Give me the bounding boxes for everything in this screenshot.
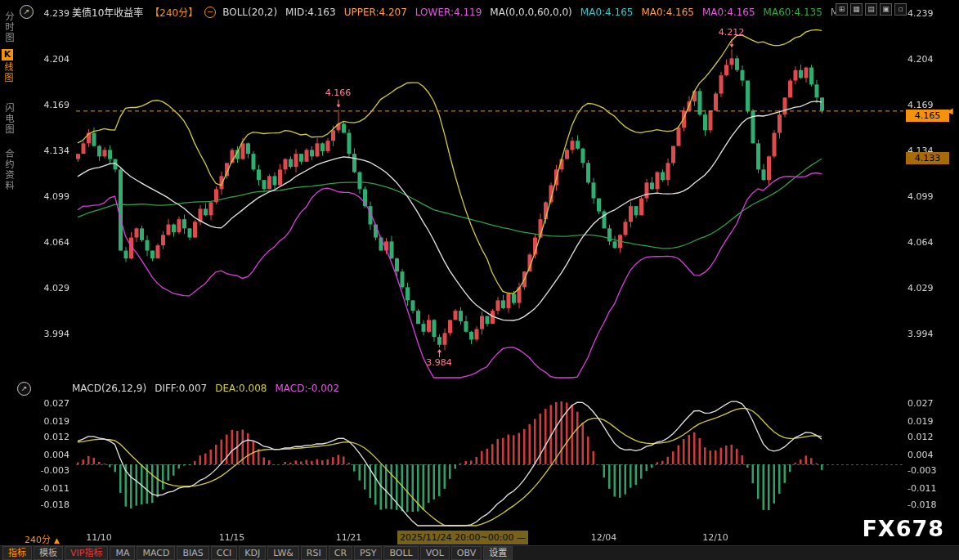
y-axis-label: 4.204	[907, 54, 934, 65]
macd-y-axis-label: -0.011	[35, 483, 69, 495]
x-axis-label: 11/15	[214, 532, 250, 543]
collapse-macd-panel-icon[interactable]: ↗	[17, 382, 31, 396]
toolbar-item-KDJ[interactable]: KDJ	[239, 546, 266, 560]
y-axis-label: 4.029	[35, 283, 69, 294]
price-tag: 4.165	[906, 110, 949, 122]
indicator-value: MA0:4.165	[580, 7, 634, 18]
window-layout-buttons: ⊞▦▤▣▫	[836, 3, 907, 16]
macd-y-axis-label: 0.019	[35, 416, 69, 428]
toolbar-item-VIP指标[interactable]: VIP指标	[65, 546, 108, 560]
macd-y-axis-label: -0.011	[907, 483, 936, 495]
y-axis-label: 4.134	[35, 146, 69, 157]
bottom-toolbar: 指标模板VIP指标MAMACDBIASCCIKDJLW&RSICRPSYBOLL…	[0, 545, 959, 560]
indicator-summary: BOLL(20,2)MID:4.163UPPER:4.207LOWER:4.11…	[222, 7, 840, 18]
toolbar-item-LW&[interactable]: LW&	[267, 546, 299, 560]
sidebar-tab-kline[interactable]: K线图	[1, 49, 14, 83]
x-axis-label: 11/10	[81, 532, 117, 543]
toolbar-item-BIAS[interactable]: BIAS	[177, 546, 208, 560]
indicator-value: MA0:4.165	[702, 7, 755, 18]
macd-y-axis-label: 0.019	[907, 416, 934, 428]
toolbar-item-CR[interactable]: CR	[329, 546, 352, 560]
indicator-value: MID:4.163	[285, 7, 336, 18]
toolbar-item-MACD[interactable]: MACD	[137, 546, 175, 560]
y-axis-label: 4.099	[35, 191, 69, 203]
macd-indicator-value: DIFF:0.007	[155, 383, 207, 394]
y-axis-label: 4.064	[35, 237, 69, 249]
indicator-value: MA(0,0,0,60,0,0)	[490, 7, 571, 18]
macd-y-axis-label: 0.027	[907, 398, 934, 410]
split-view-icon[interactable]: ⊞	[836, 3, 848, 16]
collapse-main-panel-icon[interactable]: ↗	[20, 5, 34, 19]
minimize-view-icon[interactable]: ▫	[894, 3, 907, 16]
macd-indicator-value: MACD(26,12,9)	[72, 383, 146, 394]
toolbar-item-VOL[interactable]: VOL	[420, 546, 450, 560]
toolbar-item-OBV[interactable]: OBV	[451, 546, 482, 560]
x-axis-label: 12/10	[697, 532, 733, 543]
toolbar-item-模板[interactable]: 模板	[34, 546, 63, 560]
price-tag: 4.133	[906, 152, 949, 164]
list-view-icon[interactable]: ▤	[865, 3, 877, 16]
y-axis-label: 3.994	[907, 329, 934, 340]
indicator-value: MA60:4.135	[764, 7, 822, 18]
candlestick-chart-canvas[interactable]	[0, 0, 959, 560]
macd-y-axis-label: 0.004	[35, 450, 69, 461]
macd-y-axis-label: -0.003	[907, 465, 936, 477]
y-axis-label: 4.239	[907, 8, 934, 20]
toolbar-item-RSI[interactable]: RSI	[301, 546, 327, 560]
macd-y-axis-label: 0.004	[907, 450, 934, 461]
macd-indicator-header: MACD(26,12,9)DIFF:0.007DEA:0.008MACD:-0.…	[72, 383, 339, 394]
toolbar-item-指标[interactable]: 指标	[2, 546, 32, 560]
y-axis-label: 4.064	[907, 237, 934, 249]
x-axis-label: 11/21	[331, 532, 367, 543]
macd-y-axis-label: -0.018	[35, 500, 69, 511]
k-badge-icon: K	[2, 49, 13, 60]
indicator-value: UPPER:4.207	[344, 7, 407, 18]
y-axis-label: 3.994	[35, 329, 69, 340]
timeframe-label[interactable]: 【240分】	[150, 5, 198, 19]
timeframe-indicator[interactable]: 240分▲	[25, 532, 60, 545]
price-annotation: 3.984	[423, 357, 455, 368]
macd-y-axis-label: 0.027	[35, 398, 69, 410]
price-annotation: 4.166	[322, 87, 355, 98]
macd-indicator-value: DEA:0.008	[215, 383, 267, 394]
y-axis-label: 4.099	[907, 191, 934, 203]
price-annotation: 4.212	[715, 27, 748, 38]
macd-y-axis-label: -0.018	[907, 500, 936, 511]
crosshair-date-box: 2025/11/24 20:00~00:00 —	[397, 531, 528, 544]
circle-minus-icon[interactable]: −	[204, 7, 216, 18]
sidebar-tab-合约资料[interactable]: 合约资料	[2, 149, 15, 191]
macd-y-axis-label: 0.012	[35, 432, 69, 443]
watermark: FX678	[862, 516, 944, 541]
indicator-value: BOLL(20,2)	[222, 7, 277, 18]
timeframe-text: 240分	[25, 535, 51, 545]
toolbar-item-PSY[interactable]: PSY	[354, 546, 382, 560]
chart-header: 美债10年收益率 【240分】 − BOLL(20,2)MID:4.163UPP…	[72, 5, 840, 19]
toolbar-item-MA[interactable]: MA	[110, 546, 135, 560]
y-axis-label: 4.204	[35, 54, 69, 65]
y-axis-label: 4.169	[35, 100, 69, 111]
sidebar-tab-分时图[interactable]: 分时图	[2, 11, 15, 43]
sidebar-tab-闪电图[interactable]: 闪电图	[2, 103, 15, 135]
instrument-title: 美债10年收益率	[72, 5, 143, 19]
macd-indicator-value: MACD:-0.002	[275, 383, 339, 394]
macd-y-axis-label: -0.003	[35, 465, 69, 477]
chart-app: ↗ 美债10年收益率 【240分】 − BOLL(20,2)MID:4.163U…	[0, 0, 959, 560]
sidebar-tab-label: 线图	[1, 62, 14, 83]
toolbar-item-CCI[interactable]: CCI	[211, 546, 238, 560]
toolbar-item-BOLL[interactable]: BOLL	[383, 546, 418, 560]
up-triangle-icon: ▲	[54, 536, 60, 544]
x-axis-label: 12/04	[586, 532, 622, 543]
y-axis-label: 4.029	[907, 283, 934, 294]
indicator-value: MA0:4.165	[641, 7, 694, 18]
grid-view-icon[interactable]: ▦	[850, 3, 863, 16]
indicator-value: LOWER:4.119	[415, 7, 482, 18]
macd-y-axis-label: 0.012	[907, 432, 934, 443]
toolbar-item-设置[interactable]: 设置	[483, 546, 513, 560]
y-axis-label: 4.239	[35, 8, 69, 20]
single-view-icon[interactable]: ▣	[880, 3, 892, 16]
